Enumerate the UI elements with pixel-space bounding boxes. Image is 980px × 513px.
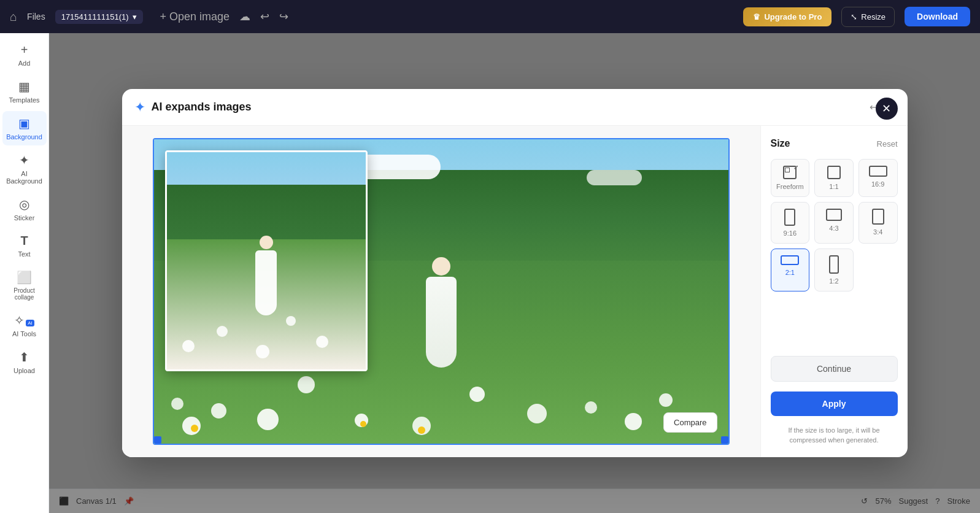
open-image-button[interactable]: + Open image <box>158 8 233 26</box>
sidebar-item-label: AI Background <box>5 170 44 185</box>
sidebar-item-label: Add <box>18 60 31 67</box>
files-label[interactable]: Files <box>27 12 45 21</box>
sidebar-item-label: Upload <box>14 367 35 374</box>
sidebar-item-templates[interactable]: ▦ Templates <box>2 74 47 109</box>
sidebar: + Add ▦ Templates ▣ Background ✦ AI Back… <box>0 33 49 513</box>
templates-icon: ▦ <box>18 79 30 94</box>
original-image-thumbnail <box>165 150 368 371</box>
resize-icon: ⤡ <box>851 12 857 21</box>
ai-expand-modal: ✦ AI expands images ↩ ↪ ✕ <box>122 89 908 457</box>
panel-note: If the size is too large, it will be com… <box>771 426 898 445</box>
sidebar-item-label: Product collage <box>5 287 44 301</box>
redo-button[interactable]: ↪ <box>277 7 291 26</box>
filename-display[interactable]: 1715411111151(1) ▾ <box>55 10 143 24</box>
size-options-grid: ⤢ Freeform 1:1 <box>771 159 898 291</box>
undo-button[interactable]: ↩ <box>258 7 272 26</box>
modal-close-button[interactable]: ✕ <box>876 98 898 120</box>
sidebar-item-label: AI Tools <box>12 330 36 338</box>
size-option-11[interactable]: 1:1 <box>814 159 854 197</box>
cloud-icon[interactable]: ☁ <box>237 7 253 26</box>
topbar: ⌂ Files 1715411111151(1) ▾ + Open image … <box>0 0 980 33</box>
ai-logo-icon: ✦ <box>134 99 145 115</box>
panel-title: Size <box>771 138 790 149</box>
resize-button[interactable]: ⤡ Resize <box>841 7 895 27</box>
sidebar-item-background[interactable]: ▣ Background <box>2 111 47 145</box>
size-option-169[interactable]: 16:9 <box>858 159 898 197</box>
sidebar-item-product-collage[interactable]: ⬜ Product collage <box>2 265 47 306</box>
size-label-12: 1:2 <box>829 277 838 285</box>
sidebar-item-label: Templates <box>9 96 39 104</box>
size-label-916: 9:16 <box>784 230 797 237</box>
background-icon: ▣ <box>18 116 30 131</box>
home-button[interactable]: ⌂ <box>10 10 17 24</box>
upload-icon: ⬆ <box>19 350 29 364</box>
reset-button[interactable]: Reset <box>877 139 898 148</box>
size-label-11: 1:1 <box>829 183 838 190</box>
size-option-916[interactable]: 9:16 <box>771 202 810 244</box>
expanded-image-container: Compare <box>153 138 730 445</box>
size-label-21: 2:1 <box>785 269 795 276</box>
sidebar-item-add[interactable]: + Add <box>2 38 47 72</box>
modal-title: AI expands images <box>152 101 861 114</box>
apply-button[interactable]: Apply <box>771 392 898 416</box>
panel-header: Size Reset <box>771 138 898 149</box>
sticker-icon: ◎ <box>19 197 29 212</box>
image-area: Compare <box>122 126 760 457</box>
upgrade-button[interactable]: ♛ Upgrade to Pro <box>743 7 831 26</box>
size-option-12[interactable]: 1:2 <box>814 249 854 291</box>
product-collage-icon: ⬜ <box>17 270 32 285</box>
sidebar-item-text[interactable]: T Text <box>2 229 47 263</box>
modal-overlay: ✦ AI expands images ↩ ↪ ✕ <box>49 33 980 513</box>
sidebar-item-ai-tools[interactable]: ✧AI AI Tools <box>2 308 47 342</box>
size-label-169: 16:9 <box>871 180 884 188</box>
size-option-freeform[interactable]: ⤢ Freeform <box>771 159 810 197</box>
topbar-actions: + Open image ☁ ↩ ↪ <box>158 7 291 26</box>
size-option-21[interactable]: 2:1 <box>771 249 810 291</box>
size-option-43[interactable]: 4:3 <box>814 202 854 244</box>
sidebar-item-sticker[interactable]: ◎ Sticker <box>2 192 47 226</box>
sidebar-item-label: Background <box>6 133 42 141</box>
ai-tools-icon: ✧AI <box>14 313 34 328</box>
size-panel: Size Reset ⤢ Freeform <box>760 126 908 457</box>
modal-header: ✦ AI expands images ↩ ↪ ✕ <box>122 89 908 126</box>
sidebar-item-ai-background[interactable]: ✦ AI Background <box>2 148 47 190</box>
text-icon: T <box>20 234 28 248</box>
size-label-34: 3:4 <box>873 228 882 236</box>
sidebar-item-label: Text <box>18 250 30 258</box>
modal-body: Compare Size Reset ⤢ <box>122 126 908 457</box>
add-icon: + <box>21 43 28 57</box>
download-button[interactable]: Download <box>905 7 970 26</box>
size-option-34[interactable]: 3:4 <box>858 202 898 244</box>
continue-button[interactable]: Continue <box>771 356 898 382</box>
crown-icon: ♛ <box>753 12 760 21</box>
size-label-43: 4:3 <box>829 225 838 232</box>
size-label-freeform: Freeform <box>776 183 804 190</box>
compare-button[interactable]: Compare <box>663 412 717 433</box>
sidebar-item-label: Sticker <box>14 214 35 222</box>
sidebar-item-upload[interactable]: ⬆ Upload <box>2 345 47 379</box>
ai-background-icon: ✦ <box>19 153 29 168</box>
